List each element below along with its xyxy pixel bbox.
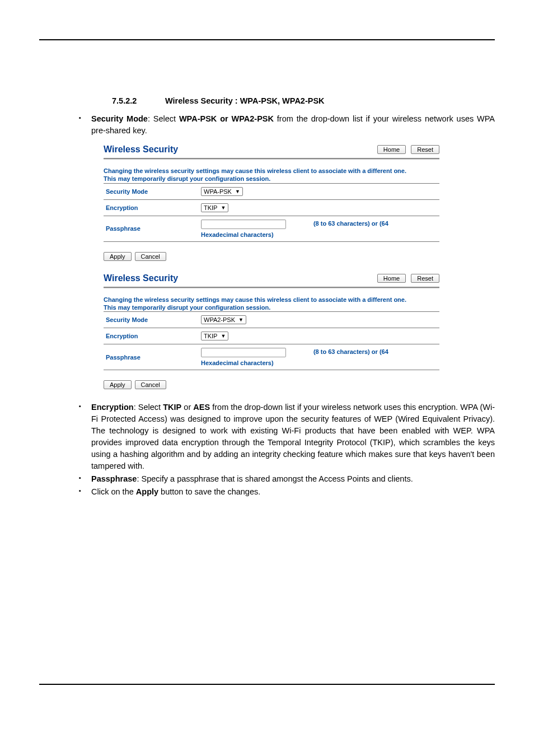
passphrase-input[interactable] <box>201 348 286 357</box>
encryption-label: Encryption <box>91 403 134 412</box>
apply-text-after: button to save the changes. <box>158 487 260 496</box>
encryption-mid: or <box>181 403 193 412</box>
panel-warning-line1: Changing the wireless security settings … <box>104 167 439 175</box>
encryption-value: TKIP <box>204 204 217 211</box>
row-security-mode-label: Security Mode <box>104 183 199 199</box>
panel-divider <box>104 158 439 159</box>
bullet-passphrase: Passphrase: Specify a passphrase that is… <box>76 473 495 485</box>
chevron-down-icon: ▼ <box>221 205 226 211</box>
security-mode-value: WPA-PSK <box>204 188 232 195</box>
passphrase-input[interactable] <box>201 220 286 229</box>
panel-title: Wireless Security <box>104 144 178 155</box>
wireless-security-panel-wpa: Wireless Security Home Reset Changing th… <box>104 144 439 261</box>
encryption-opt2: AES <box>193 403 210 412</box>
apply-text-before: Click on the <box>91 487 136 496</box>
security-mode-select[interactable]: WPA2-PSK▼ <box>201 315 246 324</box>
bullet-apply: Click on the Apply button to save the ch… <box>76 486 495 498</box>
passphrase-hint-bottom: Hexadecimal characters) <box>201 231 437 238</box>
reset-button[interactable]: Reset <box>411 145 439 154</box>
reset-button[interactable]: Reset <box>411 274 439 283</box>
panel-divider <box>104 287 439 288</box>
security-mode-value: WPA2-PSK <box>204 316 235 323</box>
panel-footer-buttons: ApplyCancel <box>104 252 439 261</box>
apply-label: Apply <box>136 487 158 496</box>
home-button[interactable]: Home <box>377 274 406 283</box>
apply-button[interactable]: Apply <box>104 380 132 389</box>
passphrase-hint-top: (8 to 63 characters) or (64 <box>313 349 388 356</box>
section-title: Wireless Security : WPA-PSK, WPA2-PSK <box>165 96 325 105</box>
passphrase-label: Passphrase <box>91 474 137 483</box>
chevron-down-icon: ▼ <box>238 317 243 323</box>
encryption-opt1: TKIP <box>163 403 181 412</box>
settings-table: Security Mode WPA-PSK▼ Encryption TKIP▼ <box>104 183 439 242</box>
panel-header-buttons: Home Reset <box>374 274 439 283</box>
home-button[interactable]: Home <box>377 145 406 154</box>
chevron-down-icon: ▼ <box>221 333 226 339</box>
panel-footer-buttons: ApplyCancel <box>104 380 439 389</box>
chevron-down-icon: ▼ <box>235 189 240 194</box>
encryption-value: TKIP <box>204 333 217 339</box>
panel-title: Wireless Security <box>104 273 178 283</box>
row-security-mode-label: Security Mode <box>104 312 199 328</box>
section-heading: 7.5.2.2Wireless Security : WPA-PSK, WPA2… <box>112 96 495 105</box>
encryption-select[interactable]: TKIP▼ <box>201 203 228 212</box>
bottom-rule <box>39 684 495 685</box>
sec-mode-option: WPA-PSK or WPA2-PSK <box>179 114 274 123</box>
sec-mode-text-before: : Select <box>148 114 179 123</box>
bullet-security-mode: Security Mode: Select WPA-PSK or WPA2-PS… <box>76 113 495 137</box>
bullet-encryption: Encryption: Select TKIP or AES from the … <box>76 402 495 472</box>
top-rule <box>39 39 495 40</box>
encryption-text-before: : Select <box>134 403 163 412</box>
apply-button[interactable]: Apply <box>104 252 132 261</box>
passphrase-hint-bottom: Hexadecimal characters) <box>201 360 437 366</box>
security-mode-select[interactable]: WPA-PSK▼ <box>201 187 243 196</box>
row-encryption-label: Encryption <box>104 199 199 216</box>
passphrase-text: : Specify a passphrase that is shared am… <box>137 474 413 483</box>
encryption-text-after: from the drop-down list if your wireless… <box>91 403 495 470</box>
panel-header-buttons: Home Reset <box>374 145 439 154</box>
cancel-button[interactable]: Cancel <box>135 380 166 389</box>
section-number: 7.5.2.2 <box>112 96 165 105</box>
panel-warning-line2: This may temporarily disrupt your config… <box>104 304 439 311</box>
sec-mode-label: Security Mode <box>91 114 148 123</box>
row-encryption-label: Encryption <box>104 328 199 344</box>
cancel-button[interactable]: Cancel <box>135 252 166 261</box>
row-passphrase-label: Passphrase <box>104 216 199 241</box>
encryption-select[interactable]: TKIP▼ <box>201 332 228 340</box>
panel-warning-line2: This may temporarily disrupt your config… <box>104 175 439 183</box>
panel-warning-line1: Changing the wireless security settings … <box>104 296 439 304</box>
settings-table: Security Mode WPA2-PSK▼ Encryption TKIP▼ <box>104 311 439 370</box>
wireless-security-panel-wpa2: Wireless Security Home Reset Changing th… <box>104 273 439 390</box>
row-passphrase-label: Passphrase <box>104 344 199 370</box>
passphrase-hint-top: (8 to 63 characters) or (64 <box>313 220 388 227</box>
